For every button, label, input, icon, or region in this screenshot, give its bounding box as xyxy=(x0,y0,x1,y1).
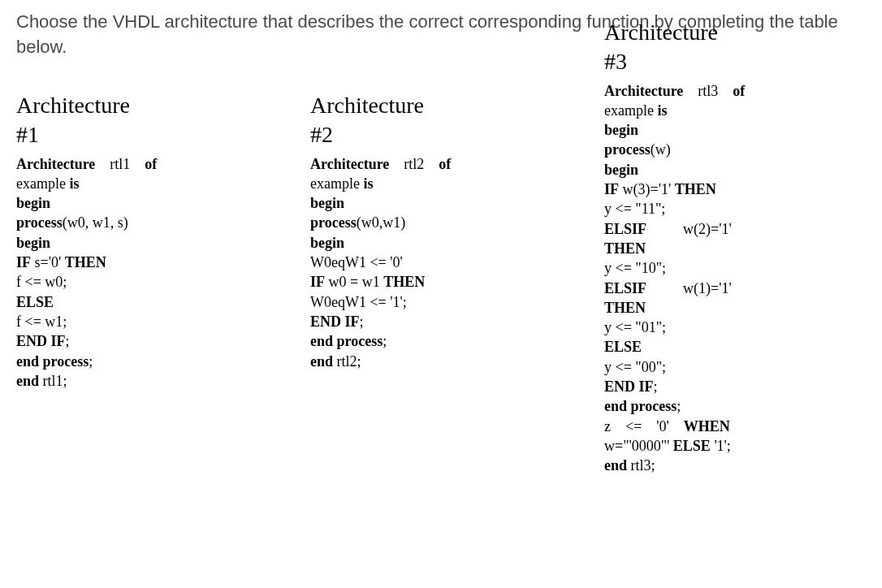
architecture-columns: Architecture #1 Architecture rtl1 of exa… xyxy=(16,93,866,476)
code-token: ELSE xyxy=(16,294,54,310)
code-token: is xyxy=(657,102,667,119)
code-token: WHEN xyxy=(684,418,730,435)
code-token: of xyxy=(145,156,157,172)
arch-number-1: #1 xyxy=(16,122,278,148)
arch-code-2: Architecture rtl2 of example is begin pr… xyxy=(310,154,572,371)
code-token: f <= w0; xyxy=(16,274,67,290)
code-token: w="'0000"' xyxy=(604,438,673,454)
code-token: THEN xyxy=(604,300,646,316)
code-token: y <= "11"; xyxy=(604,201,665,217)
code-token: y <= "00"; xyxy=(604,359,666,375)
code-token: begin xyxy=(16,195,50,211)
code-token: END IF xyxy=(604,378,654,395)
code-token: W0eqW1 <= '0' xyxy=(310,254,403,270)
code-token: s='0' xyxy=(31,254,65,270)
code-token: ELSE xyxy=(673,438,711,454)
arch-code-3: Architecture rtl3 of example is begin pr… xyxy=(604,81,866,476)
code-token: end process xyxy=(16,353,89,370)
code-token: process xyxy=(310,214,357,231)
arch-title-2: Architecture xyxy=(310,93,572,119)
code-token: y <= "10"; xyxy=(604,260,666,276)
code-token: end xyxy=(310,353,333,370)
code-token: f <= w1; xyxy=(16,313,67,330)
architecture-column-1: Architecture #1 Architecture rtl1 of exa… xyxy=(16,93,278,391)
code-token: process xyxy=(16,214,63,231)
code-token: begin xyxy=(310,195,344,211)
code-token: w(3)='1' xyxy=(619,181,675,197)
code-token: rtl1; xyxy=(39,373,67,389)
code-token: end process xyxy=(604,398,677,414)
code-token: begin xyxy=(310,235,344,251)
code-token: rtl1 xyxy=(95,156,145,172)
code-token: ; xyxy=(360,313,364,330)
code-token: END IF xyxy=(310,313,360,330)
code-token: begin xyxy=(604,162,638,178)
code-token: is xyxy=(69,175,79,192)
code-token: ; xyxy=(66,333,70,349)
code-token: ; xyxy=(383,333,387,349)
code-token: Architecture xyxy=(16,156,95,172)
arch-number-2: #2 xyxy=(310,122,572,148)
code-token: THEN xyxy=(604,240,646,257)
code-token: '1'; xyxy=(711,438,731,454)
code-token: THEN xyxy=(383,274,425,290)
code-token: ; xyxy=(677,398,681,414)
code-token: of xyxy=(733,83,745,99)
code-token: w(1)='1' xyxy=(646,280,732,296)
code-token: IF xyxy=(604,181,619,197)
code-token: example xyxy=(604,102,657,119)
code-token: ; xyxy=(89,353,93,370)
code-token: w0 = w1 xyxy=(325,274,383,290)
code-token: end xyxy=(16,373,39,389)
code-token: w(2)='1' xyxy=(646,221,732,237)
code-token: THEN xyxy=(675,181,716,197)
code-token: rtl2; xyxy=(333,353,361,370)
code-token: is xyxy=(363,175,373,192)
code-token: rtl3; xyxy=(627,457,655,473)
code-token: (w0, w1, s) xyxy=(63,214,128,231)
code-token: rtl2 xyxy=(389,156,439,172)
code-token: Architecture xyxy=(310,156,389,172)
code-token: begin xyxy=(16,235,50,251)
code-token: ELSIF xyxy=(604,280,646,296)
code-token: IF xyxy=(310,274,325,290)
code-token: example xyxy=(16,175,69,192)
code-token: W0eqW1 <= '1'; xyxy=(310,294,407,310)
code-token: end process xyxy=(310,333,383,349)
arch-title-1: Architecture xyxy=(16,93,278,119)
code-token: ; xyxy=(654,378,658,395)
code-token: z <= '0' xyxy=(604,418,684,435)
arch-number-3: #3 xyxy=(604,49,866,75)
code-token: example xyxy=(310,175,363,192)
code-token: Architecture xyxy=(604,83,683,99)
code-token: THEN xyxy=(65,254,106,270)
arch-code-1: Architecture rtl1 of example is begin pr… xyxy=(16,154,278,391)
code-token: process xyxy=(604,141,651,158)
code-token: ELSE xyxy=(604,339,642,355)
architecture-column-3: Architecture #3 Architecture rtl3 of exa… xyxy=(604,19,866,476)
code-token: begin xyxy=(604,122,638,138)
code-token: of xyxy=(439,156,451,172)
arch-title-3: Architecture xyxy=(604,19,866,45)
architecture-column-2: Architecture #2 Architecture rtl2 of exa… xyxy=(310,93,572,371)
code-token: rtl3 xyxy=(683,83,733,99)
code-token: end xyxy=(604,457,627,473)
code-token: END IF xyxy=(16,333,66,349)
code-token: ELSIF xyxy=(604,221,646,237)
code-token: (w0,w1) xyxy=(357,214,406,231)
code-token: y <= "01"; xyxy=(604,319,666,335)
code-token: (w) xyxy=(651,141,671,158)
code-token: IF xyxy=(16,254,31,270)
